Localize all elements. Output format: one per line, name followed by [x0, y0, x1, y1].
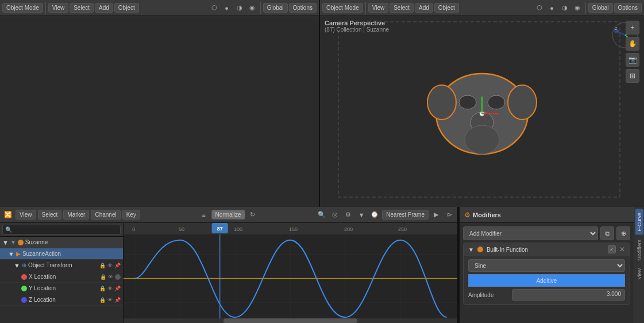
viewport-shading-rendered-icon[interactable]: ◉ — [246, 2, 258, 14]
modifier-close-btn[interactable]: ✕ — [619, 245, 625, 253]
right-wire-icon[interactable]: ⬡ — [534, 2, 545, 14]
left-viewport-toolbar: Object Mode View Select Add Object ⬡ ● ◑… — [0, 0, 319, 16]
vtab-view[interactable]: View — [635, 265, 643, 283]
funnel-icon[interactable]: ▼ — [356, 209, 367, 221]
left-options-btn[interactable]: Options — [289, 3, 317, 13]
left-viewport[interactable]: Object Mode View Select Add Object ⬡ ● ◑… — [0, 0, 320, 207]
separator3 — [365, 2, 366, 14]
add-modifier-select[interactable]: Add Modifier — [463, 226, 598, 240]
copy-modifier-btn[interactable]: ⧉ — [600, 226, 614, 240]
svg-text:200: 200 — [344, 226, 353, 232]
channel-search-input[interactable] — [12, 226, 118, 233]
timeline-area: 🔀 View Select Marker Channel Key ≡ Norma… — [0, 207, 458, 323]
vtab-modifiers[interactable]: Modifiers — [635, 236, 643, 264]
marker-btn[interactable]: Marker — [63, 210, 89, 220]
right-grab-btn[interactable]: ✋ — [626, 37, 639, 51]
viewport-shading-solid-icon[interactable]: ● — [221, 2, 233, 14]
graph-area[interactable]: 0 50 100 150 200 250 87 — [124, 223, 457, 323]
channel-z-location[interactable]: Z Location 🔒 👁 📌 — [0, 294, 123, 306]
transform-icon: ⊕ — [22, 262, 26, 268]
channel-object-transform[interactable]: ▼ ⊕ Object Transform 🔒 👁 📌 — [0, 260, 123, 271]
add-modifier-row: Add Modifier ⧉ ⊕ — [463, 226, 630, 240]
channel-list: 🔍 ▼ ▼ Suzanne ▼ ▶ SuzanneAction — [0, 223, 124, 323]
right-material-icon[interactable]: ◑ — [559, 2, 570, 14]
nearest-frame-btn[interactable]: Nearest Frame — [382, 210, 429, 220]
object-dot — [18, 240, 24, 245]
channel-y-location[interactable]: Y Location 🔒 👁 📌 — [0, 283, 123, 294]
marker2-icon[interactable]: ⊳ — [444, 209, 455, 221]
z-hide-icon: 👁 — [107, 297, 113, 303]
normalize-icon[interactable]: ≡ — [198, 209, 210, 221]
right-zoom-btn[interactable]: + — [626, 21, 639, 34]
svg-point-29 — [427, 85, 456, 120]
svg-text:50: 50 — [179, 226, 184, 232]
channel-suzanne[interactable]: ▼ ▼ Suzanne — [0, 237, 123, 248]
y-location-label: Y Location — [29, 285, 98, 291]
right-object-mode-btn[interactable]: Object Mode — [322, 3, 363, 13]
h-scrollbar-thumb[interactable] — [223, 318, 357, 323]
amplitude-row: Amplitude 3.000 — [468, 289, 625, 301]
channel-btn[interactable]: Channel — [91, 210, 120, 220]
right-global-btn[interactable]: Global — [588, 3, 613, 13]
right-viewport-canvas[interactable]: Camera Perspective (87) Collection | Suz… — [320, 16, 644, 207]
timeline-mode-icon[interactable]: 🔀 — [2, 209, 14, 221]
paste-modifier-btn[interactable]: ⊕ — [616, 226, 630, 240]
modifier-mode-row: Additive — [468, 274, 625, 287]
viewport-shading-wire-icon[interactable]: ⬡ — [209, 2, 220, 14]
right-viewport[interactable]: Object Mode View Select Add Object ⬡ ● ◑… — [320, 0, 644, 207]
normalize-btn[interactable]: Normalize — [211, 210, 245, 220]
svg-point-31 — [459, 95, 476, 109]
modifiers-header: ⚙ Modifiers — [460, 207, 634, 223]
amplitude-value[interactable]: 3.000 — [512, 289, 625, 301]
onion-icon[interactable]: ◎ — [329, 209, 341, 221]
vtab-fcurve[interactable]: F-Curve — [635, 209, 643, 235]
modifier-card: ▼ Built-In Function ✓ ✕ Sine Additive — [463, 243, 630, 305]
channel-x-location[interactable]: X Location 🔒 👁 ○ — [0, 271, 123, 283]
modifier-enable-checkbox[interactable]: ✓ — [608, 245, 616, 253]
modifier-card-header: ▼ Built-In Function ✓ ✕ — [464, 243, 630, 256]
left-global-btn[interactable]: Global — [263, 3, 288, 13]
left-select-btn[interactable]: Select — [70, 3, 94, 13]
collapse-icon: ▼ — [2, 239, 9, 246]
separator4 — [585, 2, 586, 14]
select-btn[interactable]: Select — [38, 210, 62, 220]
key-btn[interactable]: Key — [122, 210, 140, 220]
right-side-tools: + ✋ 📷 ⊞ — [626, 21, 639, 83]
channel-suzanne-action[interactable]: ▼ ▶ SuzanneAction — [0, 248, 123, 260]
right-options-btn[interactable]: Options — [614, 3, 642, 13]
svg-text:0: 0 — [132, 226, 135, 232]
left-object-btn[interactable]: Object — [114, 3, 139, 13]
right-quad-btn[interactable]: ⊞ — [626, 69, 639, 83]
right-object-btn[interactable]: Object — [434, 3, 459, 13]
modifiers-title: Modifiers — [473, 212, 629, 218]
suzanne-action-label: SuzanneAction — [22, 251, 121, 257]
view-btn[interactable]: View — [16, 210, 36, 220]
lock-icon: 🔒 — [99, 263, 106, 268]
key-snap-icon[interactable]: ⌚ — [369, 209, 380, 221]
right-rendered-icon[interactable]: ◉ — [572, 2, 583, 14]
filter-icon[interactable]: 🔍 — [316, 209, 327, 221]
left-add-btn[interactable]: Add — [95, 3, 113, 13]
left-view-btn[interactable]: View — [48, 3, 69, 13]
left-object-mode-btn[interactable]: Object Mode — [2, 3, 43, 13]
h-scrollbar[interactable] — [124, 318, 457, 323]
hide-icon: 👁 — [107, 263, 113, 268]
right-view-btn[interactable]: View — [368, 3, 389, 13]
playback-icon[interactable]: ▶ — [430, 209, 442, 221]
right-add-btn[interactable]: Add — [415, 3, 433, 13]
modifiers-icon: ⚙ — [464, 211, 471, 219]
sync-icon[interactable]: ↻ — [247, 209, 259, 221]
modifier-type-select[interactable]: Sine — [468, 259, 625, 272]
y-dot — [21, 286, 27, 291]
right-select-btn[interactable]: Select — [390, 3, 414, 13]
object-transform-label: Object Transform — [28, 262, 98, 268]
additive-mode-btn[interactable]: Additive — [468, 274, 625, 287]
settings-icon[interactable]: ⚙ — [342, 209, 354, 221]
viewport-shading-material-icon[interactable]: ◑ — [234, 2, 245, 14]
svg-text:100: 100 — [234, 226, 242, 232]
right-solid-icon[interactable]: ● — [546, 2, 558, 14]
separator — [45, 2, 46, 14]
right-camera-orbit-btn[interactable]: 📷 — [626, 53, 639, 67]
x-lock-icon: 🔒 — [100, 274, 106, 280]
modifier-expand-icon[interactable]: ▼ — [468, 247, 474, 253]
